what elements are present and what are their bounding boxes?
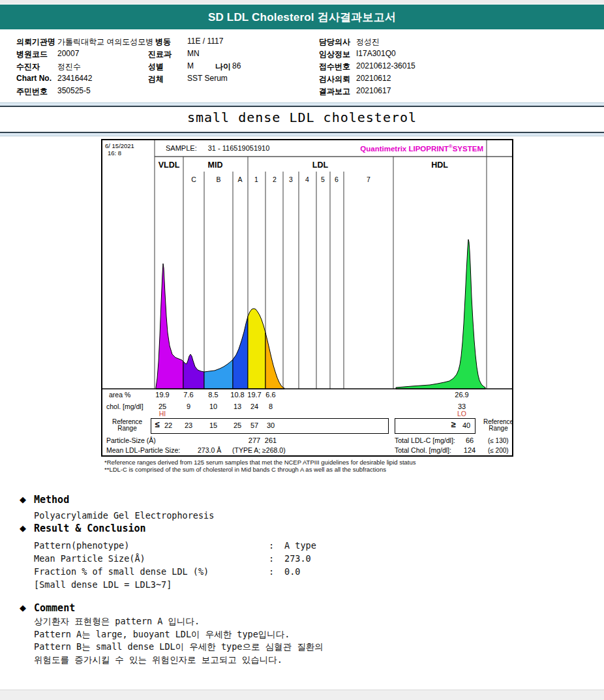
- patient-field-value-11: SST Serum: [187, 74, 228, 83]
- area-percent-value: 7.6: [183, 391, 193, 399]
- patient-field-value-3: 20007: [57, 49, 79, 58]
- patient-field-label-13: 주민번호: [16, 86, 48, 97]
- bottom-strip: [0, 690, 604, 700]
- comment-heading: Comment: [34, 602, 75, 614]
- phenotype-type-note: (TYPE A; ≥268.0): [232, 446, 286, 454]
- particle-size-value: 277: [249, 436, 260, 444]
- chol-value: 9: [187, 403, 190, 410]
- area-percent-value: 19.7: [247, 391, 261, 399]
- reference-range-label: Range: [117, 425, 136, 432]
- total-ldl-value: 66: [466, 436, 474, 444]
- patient-field-label-1: 병동: [155, 37, 171, 48]
- patient-field-label-8: 나이: [215, 61, 231, 72]
- patient-field-value-10: 23416442: [57, 74, 92, 83]
- area-percent-value: 6.6: [265, 391, 275, 399]
- comment-line-1: Pattern A는 large, buoyant LDL이 우세한 type입…: [34, 629, 569, 642]
- diamond-icon: ◆: [20, 495, 26, 504]
- footnote-1: *Reference ranges derived from 125 serum…: [104, 459, 416, 466]
- footnote-2: **LDL-C is comprised of the sum of chole…: [104, 466, 386, 473]
- total-ldl-label: Total LDL-C [mg/dl]:: [395, 436, 455, 444]
- result-row-2: Fraction % of small dense LDL (%):0.0: [34, 566, 438, 579]
- area-percent-value: 26.9: [455, 391, 468, 399]
- patient-field-value-12: 20210612: [356, 74, 391, 83]
- patient-field-label-3: 병원코드: [16, 49, 48, 60]
- patient-field-label-10: Chart No.: [16, 74, 52, 83]
- reference-value: 57: [250, 421, 258, 429]
- patient-field-value-4: MN: [187, 49, 200, 58]
- patient-field-value-7: M: [187, 61, 194, 70]
- patient-field-label-5: 임상정보: [319, 49, 350, 60]
- patient-field-value-0: 가톨릭대학교 여의도성모병: [57, 37, 153, 48]
- patient-field-label-9: 접수번호: [319, 61, 350, 72]
- colon: :: [269, 540, 284, 551]
- lipoprint-chart: VLDLMIDLDLHDLCBA1234567 6/ 15/2021 16: 8…: [101, 139, 513, 457]
- result-name: Mean Particle Size(Å): [34, 553, 269, 564]
- divider-line: [0, 102, 604, 107]
- patient-field-value-14: 20210617: [356, 86, 391, 95]
- result-row-0: Pattern(phenotype):A type: [34, 540, 438, 553]
- result-value: A type: [284, 540, 316, 551]
- patient-field-label-12: 검사의뢰: [319, 74, 350, 85]
- area-percent-value: 10.8: [230, 391, 244, 399]
- patient-field-value-1: 11E / 1117: [187, 37, 223, 46]
- patient-field-label-7: 성별: [148, 61, 164, 72]
- section-title: small dense LDL cholesterol: [0, 110, 604, 125]
- greater-equal-sign: ≥: [451, 419, 455, 429]
- colon: :: [269, 566, 284, 577]
- patient-field-label-6: 수진자: [16, 61, 40, 72]
- area-percent-label: area %: [109, 391, 130, 399]
- patient-field-label-2: 담당의사: [319, 37, 350, 48]
- patient-field-value-8: 86: [232, 61, 241, 70]
- colon: :: [269, 553, 284, 564]
- result-rows: Pattern(phenotype):A typeMean Particle S…: [34, 540, 438, 592]
- particle-size-value: 261: [265, 436, 277, 444]
- less-equal-sign: ≤: [155, 419, 159, 429]
- divider-line: [0, 132, 604, 136]
- chol-value: 10: [209, 403, 217, 410]
- patient-field-value-9: 20210612-36015: [356, 61, 415, 70]
- chol-label: chol. [mg/dl]: [106, 403, 143, 410]
- area-percent-value: 19.9: [155, 391, 169, 399]
- patient-field-label-14: 결과보고: [319, 86, 350, 97]
- reference-value: 23: [185, 421, 192, 429]
- flag-high: HI: [159, 410, 166, 418]
- total-chol-label: Total Chol. [mg/dl]:: [395, 446, 451, 454]
- reference-value: 22: [164, 421, 172, 429]
- result-row-3: [Small dense LDL = LDL3~7]: [34, 579, 438, 592]
- patient-field-label-4: 진료과: [148, 49, 172, 60]
- mean-particle-size-value: 273.0 Å: [198, 446, 221, 454]
- reference-value-hdl: 40: [462, 421, 470, 429]
- flag-low: LO: [457, 410, 466, 418]
- result-row-1: Mean Particle Size(Å):273.0: [34, 553, 438, 566]
- method-heading: Method: [34, 494, 69, 506]
- diamond-icon: ◆: [20, 603, 26, 613]
- chol-value: 8: [269, 403, 273, 410]
- total-ldl-reference: (≤ 130): [488, 437, 509, 444]
- particle-size-label: Particle-Size (Å): [106, 436, 156, 444]
- area-percent-value: 8.5: [208, 391, 218, 399]
- patient-field-value-6: 정진수: [57, 61, 81, 72]
- comment-line-3: 위험도를 증가시킬 수 있는 위험인자로 보고되고 있습니다.: [34, 654, 569, 667]
- reference-value: 25: [234, 421, 241, 429]
- comment-line-2: Pattern B는 small dense LDL이 우세한 type으로 심…: [34, 641, 569, 654]
- result-heading: Result & Conclusion: [34, 523, 146, 534]
- patient-field-label-0: 의뢰기관명: [16, 37, 55, 48]
- comment-line-0: 상기환자 표현형은 pattern A 입니다.: [34, 616, 569, 629]
- fraction-table: area %19.97.68.510.819.76.626.9chol. [mg…: [102, 140, 512, 455]
- result-name: Fraction % of small dense LDL (%): [34, 566, 269, 577]
- reference-range-label: Range: [489, 425, 507, 432]
- patient-info-block: 의뢰기관명가톨릭대학교 여의도성모병병동11E / 1117담당의사정성진병원코…: [0, 0, 604, 104]
- result-name: Pattern(phenotype): [34, 540, 269, 551]
- result-value: 273.0: [284, 553, 311, 564]
- reference-value: 30: [267, 421, 275, 429]
- chol-value: 13: [234, 403, 241, 410]
- patient-field-label-11: 검체: [148, 74, 164, 85]
- patient-field-value-2: 정성진: [356, 37, 380, 48]
- method-body: Polyacrylamide Gel Electrophoresis: [34, 510, 214, 521]
- comment-lines: 상기환자 표현형은 pattern A 입니다.Pattern A는 large…: [34, 616, 569, 667]
- mean-particle-size-label: Mean LDL-Particle Size:: [106, 446, 180, 454]
- result-name: [Small dense LDL = LDL3~7]: [34, 579, 269, 590]
- reference-value: 15: [209, 421, 217, 429]
- report-page: SD LDL Cholesterol 검사결과보고서 의뢰기관명가톨릭대학교 여…: [0, 0, 604, 700]
- patient-field-value-13: 350525-5: [57, 86, 91, 95]
